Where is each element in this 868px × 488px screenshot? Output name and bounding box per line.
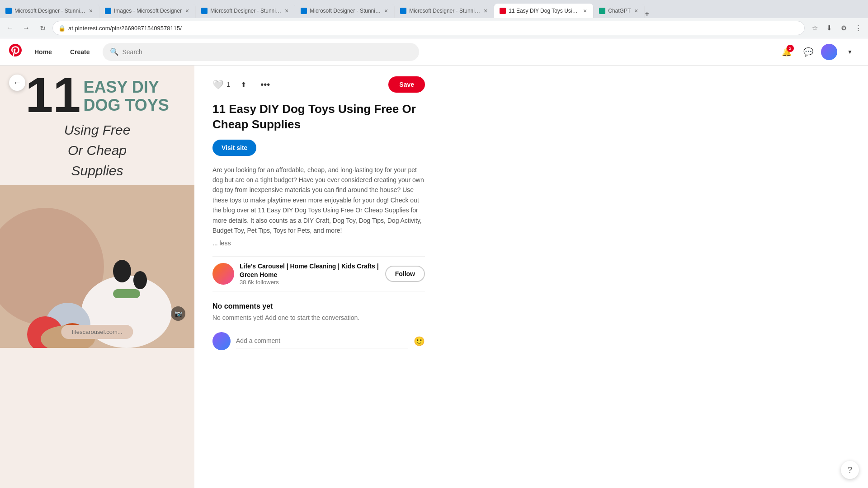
tab-title-7: ChatGPT	[608, 8, 631, 14]
pin-image-number: 11	[25, 70, 80, 120]
pin-image-photo: lifescarousel.com... 📷	[0, 185, 194, 348]
tab-favicon-3	[201, 8, 208, 14]
author-info: Life's Carousel | Home Cleaning | Kids C…	[240, 262, 380, 285]
tab-favicon-4	[301, 8, 307, 14]
author-row: Life's Carousel | Home Cleaning | Kids C…	[212, 256, 425, 291]
address-bar-row: ← → ↻ 🔒 at.pinterest.com/pin/26690871540…	[0, 18, 868, 38]
tab-title-1: Microsoft Designer - Stunning...	[14, 8, 85, 14]
lens-icon[interactable]: 📷	[171, 306, 185, 321]
emoji-button[interactable]: 🙂	[414, 336, 425, 347]
url-text: at.pinterest.com/pin/266908715409578115/	[68, 25, 182, 32]
pin-image-area: 11 EASY DIY DOG TOYS Using Free Or Cheap…	[0, 66, 194, 488]
svg-rect-9	[113, 289, 140, 298]
reload-button[interactable]: ↻	[36, 22, 49, 34]
pin-description: Are you looking for an affordable, cheap…	[212, 165, 425, 236]
like-count: 1	[226, 81, 230, 88]
browser-chrome: Microsoft Designer - Stunning... × Image…	[0, 0, 868, 38]
browser-tab-4[interactable]: Microsoft Designer - Stunning... ×	[295, 4, 395, 18]
tab-close-2[interactable]: ×	[184, 6, 190, 15]
download-button[interactable]: ⬇	[823, 22, 835, 34]
pin-image-content: 11 EASY DIY DOG TOYS Using Free Or Cheap…	[0, 66, 194, 348]
browser-tab-3[interactable]: Microsoft Designer - Stunning... ×	[196, 4, 295, 18]
comment-input-row: 🙂	[212, 332, 425, 350]
tab-close-5[interactable]: ×	[483, 6, 488, 15]
svg-point-5	[133, 271, 147, 289]
pinterest-logo[interactable]	[9, 44, 22, 60]
comment-input[interactable]	[236, 333, 408, 348]
tab-title-4: Microsoft Designer - Stunning...	[310, 8, 381, 14]
save-button[interactable]: Save	[388, 76, 425, 93]
menu-button[interactable]: ⋮	[852, 22, 864, 34]
pin-image-header: 11 EASY DIY DOG TOYS	[0, 66, 194, 120]
browser-tab-5[interactable]: Microsoft Designer - Stunning... ×	[395, 4, 494, 18]
tab-favicon-2	[105, 8, 111, 14]
author-name: Life's Carousel | Home Cleaning | Kids C…	[240, 262, 380, 278]
forward-nav-button[interactable]: →	[20, 22, 33, 34]
home-nav[interactable]: Home	[29, 45, 57, 59]
tab-close-7[interactable]: ×	[633, 6, 639, 15]
search-input[interactable]	[123, 48, 412, 56]
dog-illustration	[0, 185, 194, 348]
heart-icon: 🤍	[212, 79, 224, 90]
tab-close-4[interactable]: ×	[383, 6, 389, 15]
user-avatar[interactable]	[821, 44, 837, 60]
comments-title: No comments yet	[212, 302, 425, 310]
browser-tab-1[interactable]: Microsoft Designer - Stunning... ×	[0, 4, 99, 18]
share-icon: ⬆	[241, 80, 246, 89]
new-tab-button[interactable]: +	[645, 10, 649, 18]
notifications-button[interactable]: 🔔 2	[778, 43, 796, 61]
pin-image-diy: EASY DIY	[83, 78, 169, 96]
more-options-button[interactable]: •••	[257, 76, 274, 93]
tab-bar: Microsoft Designer - Stunning... × Image…	[0, 0, 868, 18]
tab-favicon-6	[500, 8, 506, 14]
back-button[interactable]: ←	[9, 75, 25, 91]
website-tag: lifescarousel.com...	[61, 325, 133, 339]
account-chevron[interactable]: ▼	[841, 43, 859, 61]
follow-button[interactable]: Follow	[385, 266, 425, 282]
tab-close-3[interactable]: ×	[284, 6, 289, 15]
browser-tab-7[interactable]: ChatGPT ×	[594, 4, 645, 18]
tab-favicon-7	[599, 8, 605, 14]
help-button[interactable]: ?	[841, 461, 859, 479]
less-link[interactable]: ... less	[212, 239, 231, 247]
pint-header: Home Create 🔍 🔔 2 💬 ▼	[0, 38, 868, 66]
back-nav-button[interactable]: ←	[4, 22, 16, 34]
pin-title: 11 Easy DIY Dog Toys Using Free Or Cheap…	[212, 102, 425, 132]
pin-image-subtitle: Using Free Or Cheap Supplies	[0, 120, 194, 181]
browser-actions: ☆ ⬇ ⚙ ⋮	[808, 22, 864, 34]
share-button[interactable]: ⬆	[236, 76, 252, 93]
visit-site-button[interactable]: Visit site	[212, 140, 256, 156]
tab-title-5: Microsoft Designer - Stunning...	[409, 8, 480, 14]
pin-info-panel: 🤍 1 ⬆ ••• Save 11 Easy DIY Dog Toys Usin…	[194, 66, 443, 488]
pin-image-diy-block: EASY DIY DOG TOYS	[83, 78, 169, 114]
address-bar[interactable]: 🔒 at.pinterest.com/pin/26690871540957811…	[52, 21, 805, 35]
main-content: ← 11 EASY DIY DOG TOYS Using Free Or Che…	[0, 66, 868, 488]
commenter-avatar	[212, 332, 231, 350]
pinterest-app: Home Create 🔍 🔔 2 💬 ▼ ← 11	[0, 38, 868, 488]
browser-tab-6[interactable]: 11 Easy DIY Dog Toys Using Fr... ×	[494, 4, 594, 18]
create-nav[interactable]: Create	[65, 45, 95, 59]
search-icon: 🔍	[110, 47, 119, 56]
author-followers: 38.6k followers	[240, 279, 380, 286]
pin-actions-row: 🤍 1 ⬆ ••• Save	[212, 76, 425, 93]
pin-image-dog-toys: DOG TOYS	[83, 96, 169, 114]
messages-button[interactable]: 💬	[799, 43, 817, 61]
notification-count: 2	[787, 45, 794, 52]
tab-title-3: Microsoft Designer - Stunning...	[210, 8, 281, 14]
search-bar[interactable]: 🔍	[103, 43, 419, 61]
tab-title-6: 11 Easy DIY Dog Toys Using Fr...	[509, 8, 580, 14]
tab-close-6[interactable]: ×	[582, 6, 588, 15]
tab-favicon-5	[400, 8, 406, 14]
author-avatar[interactable]	[212, 263, 234, 285]
ellipsis-icon: •••	[260, 80, 270, 90]
browser-tab-2[interactable]: Images - Microsoft Designer ×	[99, 4, 196, 18]
extensions-button[interactable]: ⚙	[837, 22, 850, 34]
less-link-row: ... less	[212, 239, 425, 247]
tab-title-2: Images - Microsoft Designer	[114, 8, 182, 14]
back-arrow-icon: ←	[13, 78, 21, 88]
like-button[interactable]: 🤍 1	[212, 79, 230, 90]
tab-favicon-1	[5, 8, 12, 14]
bookmark-button[interactable]: ☆	[808, 22, 821, 34]
tab-close-1[interactable]: ×	[88, 6, 94, 15]
svg-point-4	[113, 260, 131, 282]
